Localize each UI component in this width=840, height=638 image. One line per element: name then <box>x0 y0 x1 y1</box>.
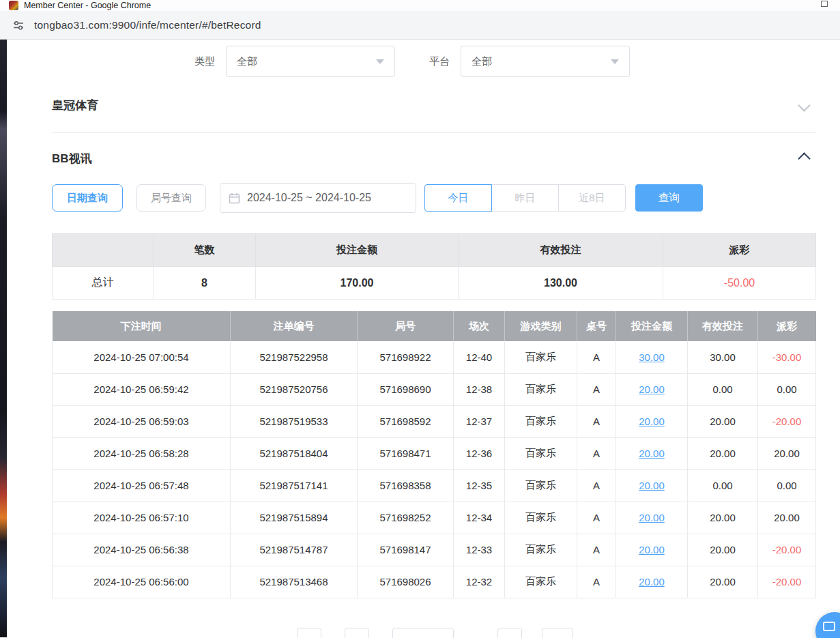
table-row: 2024-10-25 06:56:00521987513468571698026… <box>53 566 816 598</box>
cell-round-id: 571698471 <box>358 437 454 469</box>
date-range-value: 2024-10-25 ~ 2024-10-25 <box>247 192 371 204</box>
type-select[interactable]: 全部 <box>226 46 395 77</box>
search-button[interactable]: 查询 <box>635 184 703 212</box>
cell-bet-amount[interactable]: 20.00 <box>616 437 688 469</box>
pagination-prev-button[interactable] <box>297 628 321 638</box>
section-crown-sports[interactable]: 皇冠体育 <box>52 98 815 133</box>
summary-total-row: 总计 8 170.00 130.00 -50.00 <box>53 267 816 300</box>
today-button[interactable]: 今日 <box>424 184 492 212</box>
cell-order-id: 521987517141 <box>231 469 358 502</box>
bet-amount-link[interactable]: 20.00 <box>639 544 665 555</box>
date-range-picker[interactable]: 2024-10-25 ~ 2024-10-25 <box>220 183 416 213</box>
header-table-no: 桌号 <box>577 311 616 341</box>
cell-bet-amount[interactable]: 20.00 <box>616 502 688 534</box>
cell-game-type: 百家乐 <box>505 341 577 373</box>
cell-table-no: A <box>577 534 616 566</box>
cell-payout: 0.00 <box>758 469 816 502</box>
cell-bet-amount[interactable]: 20.00 <box>616 566 688 598</box>
cell-round-id: 571698252 <box>358 502 454 534</box>
header-payout: 派彩 <box>758 311 816 341</box>
cell-bet-time: 2024-10-25 06:59:03 <box>53 405 231 437</box>
cell-game-type: 百家乐 <box>505 437 577 469</box>
bet-amount-link[interactable]: 20.00 <box>639 480 665 491</box>
browser-urlbar: tongbao31.com:9900/infe/mcenter/#/betRec… <box>0 11 840 40</box>
address-bar[interactable]: tongbao31.com:9900/infe/mcenter/#/betRec… <box>34 19 261 31</box>
cell-payout: -20.00 <box>758 405 816 437</box>
bet-amount-link[interactable]: 30.00 <box>639 351 665 363</box>
table-row: 2024-10-25 06:56:38521987514787571698147… <box>53 534 816 566</box>
summary-header-payout: 派彩 <box>663 234 816 267</box>
date-query-tab[interactable]: 日期查询 <box>52 184 123 212</box>
cell-table-no: A <box>577 502 616 534</box>
bet-amount-link[interactable]: 20.00 <box>639 448 665 459</box>
cell-valid-bet: 0.00 <box>688 469 758 502</box>
cell-table-no: A <box>577 373 616 405</box>
header-bet-time: 下注时间 <box>53 311 231 341</box>
bet-table-header-row: 下注时间注单编号局号场次游戏类别桌号投注金额有效投注派彩 <box>53 311 816 341</box>
cell-table-no: A <box>577 469 616 502</box>
cell-valid-bet: 20.00 <box>688 502 758 534</box>
cell-session: 12-38 <box>454 373 505 405</box>
cell-session: 12-40 <box>454 341 505 373</box>
cell-bet-amount[interactable]: 30.00 <box>616 341 688 373</box>
round-query-tab[interactable]: 局号查询 <box>136 184 206 212</box>
cell-table-no: A <box>577 405 616 437</box>
section-crown-title: 皇冠体育 <box>52 98 98 113</box>
summary-header-valid-bet: 有效投注 <box>459 234 663 267</box>
table-row: 2024-10-25 06:57:10521987515894571698252… <box>53 502 816 534</box>
pagination-next-button[interactable] <box>497 628 522 638</box>
header-order-id: 注单编号 <box>231 311 358 341</box>
bet-amount-link[interactable]: 20.00 <box>639 383 665 395</box>
cell-round-id: 571698922 <box>358 341 454 373</box>
background-page-strip <box>0 40 7 637</box>
chevron-up-icon[interactable] <box>798 152 810 164</box>
cell-bet-amount[interactable]: 20.00 <box>616 405 688 437</box>
cell-valid-bet: 30.00 <box>688 341 758 373</box>
yesterday-button[interactable]: 昨日 <box>491 184 559 212</box>
chevron-down-icon[interactable] <box>798 99 810 111</box>
bet-amount-link[interactable]: 20.00 <box>639 576 665 588</box>
section-bb-video[interactable]: BB视讯 <box>52 151 815 166</box>
summary-count: 8 <box>154 267 256 300</box>
cell-round-id: 571698358 <box>358 469 454 502</box>
last-8-days-button[interactable]: 近8日 <box>558 184 626 212</box>
site-info-icon[interactable] <box>12 19 25 31</box>
cell-order-id: 521987518404 <box>231 437 358 469</box>
bet-amount-link[interactable]: 20.00 <box>639 416 665 427</box>
summary-total-label: 总计 <box>53 267 154 300</box>
cell-table-no: A <box>577 437 616 469</box>
app-favicon-icon <box>9 1 18 10</box>
type-select-value: 全部 <box>237 55 257 68</box>
platform-select[interactable]: 全部 <box>461 46 630 77</box>
bet-amount-link[interactable]: 20.00 <box>639 512 665 523</box>
pagination-jump-input[interactable] <box>542 628 573 638</box>
header-valid-bet: 有效投注 <box>688 311 758 341</box>
summary-payout: -50.00 <box>663 267 816 300</box>
cell-bet-time: 2024-10-25 06:56:00 <box>53 566 231 598</box>
cell-payout: 20.00 <box>758 502 816 534</box>
cell-bet-time: 2024-10-25 07:00:54 <box>53 341 231 373</box>
cell-bet-time: 2024-10-25 06:58:28 <box>53 437 231 469</box>
summary-header-count: 笔数 <box>154 234 256 267</box>
cell-game-type: 百家乐 <box>505 502 577 534</box>
cell-order-id: 521987514787 <box>231 534 358 566</box>
cell-valid-bet: 0.00 <box>688 373 758 405</box>
cell-order-id: 521987522958 <box>231 341 358 373</box>
cell-order-id: 521987513468 <box>231 566 358 598</box>
pagination-page-button[interactable] <box>345 628 369 638</box>
restore-window-icon[interactable] <box>821 1 828 7</box>
cell-session: 12-36 <box>454 437 505 469</box>
cell-bet-time: 2024-10-25 06:57:10 <box>53 502 231 534</box>
page-body: 类型 全部 平台 全部 皇冠体育 BB视讯 日期查询 局号查询 <box>0 40 840 637</box>
pagination-size-select[interactable] <box>392 628 454 638</box>
cell-order-id: 521987520756 <box>231 373 358 405</box>
cell-valid-bet: 20.00 <box>688 534 758 566</box>
chevron-down-icon <box>611 59 619 64</box>
cell-valid-bet: 20.00 <box>688 437 758 469</box>
chat-icon <box>823 622 835 631</box>
platform-filter-label: 平台 <box>429 55 450 68</box>
cell-bet-amount[interactable]: 20.00 <box>616 534 688 566</box>
bet-records-table: 下注时间注单编号局号场次游戏类别桌号投注金额有效投注派彩 2024-10-25 … <box>52 311 816 598</box>
cell-bet-amount[interactable]: 20.00 <box>616 373 688 405</box>
cell-bet-amount[interactable]: 20.00 <box>616 469 688 502</box>
